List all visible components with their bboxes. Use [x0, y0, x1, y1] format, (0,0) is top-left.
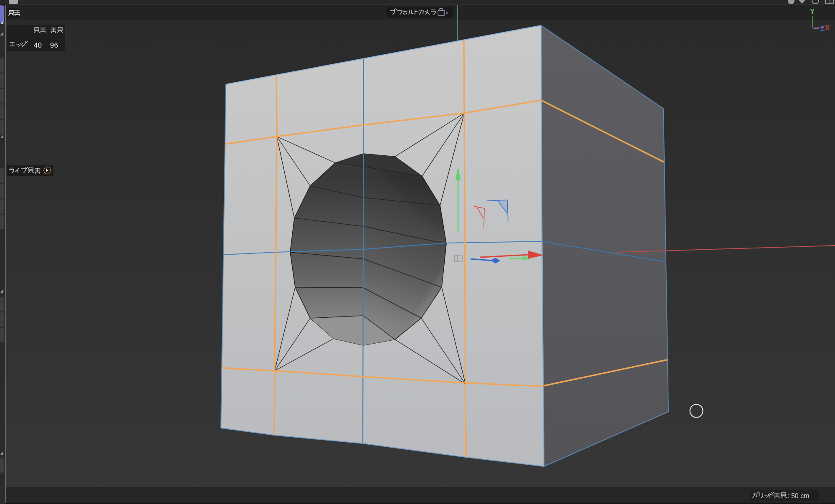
- svg-text:40: 40: [34, 41, 42, 49]
- svg-text:96: 96: [50, 41, 58, 49]
- svg-text:: 50 cm: : 50 cm: [787, 492, 809, 499]
